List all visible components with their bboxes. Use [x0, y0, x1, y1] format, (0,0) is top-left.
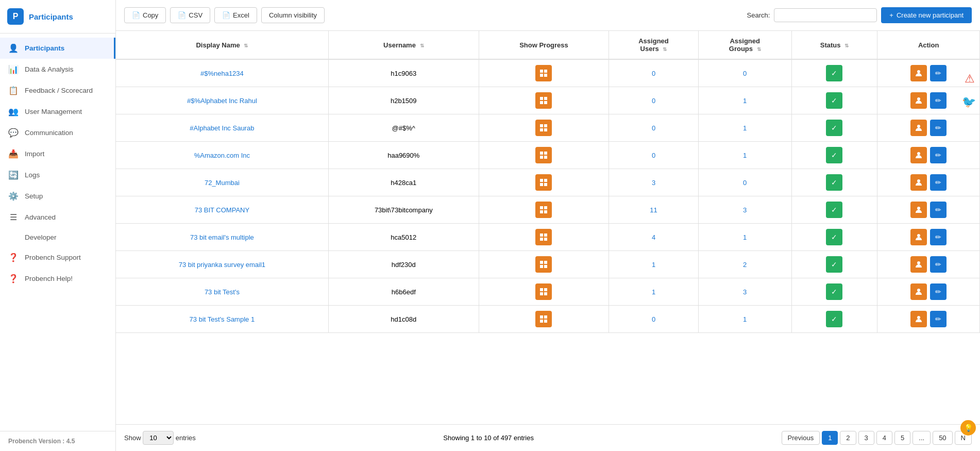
assigned-groups-link-8[interactable]: 3	[743, 288, 747, 296]
sidebar-item-setup[interactable]: ⚙️ Setup	[0, 186, 115, 207]
sidebar-item-developer[interactable]: Developer	[0, 228, 115, 247]
action-edit-btn-6[interactable]: ✏	[930, 229, 947, 245]
entries-label: entries	[176, 434, 196, 442]
display-name-link-8[interactable]: 73 bit Test's	[205, 288, 240, 296]
display-name-link-5[interactable]: 73 BIT COMPANY	[195, 206, 249, 214]
progress-btn-4[interactable]	[535, 174, 552, 191]
assigned-groups-link-1[interactable]: 1	[743, 97, 747, 105]
display-name-link-7[interactable]: 73 bit priyanka survey email1	[179, 261, 265, 269]
cell-show-progress-8	[479, 278, 609, 306]
prev-button[interactable]: Previous	[782, 431, 820, 445]
action-edit-btn-9[interactable]: ✏	[930, 311, 947, 327]
action-assign-btn-6[interactable]	[910, 229, 927, 245]
sort-assigned-users-icon[interactable]: ⇅	[663, 46, 667, 52]
action-edit-btn-4[interactable]: ✏	[930, 174, 947, 191]
action-assign-btn-9[interactable]	[910, 311, 927, 327]
assigned-groups-link-5[interactable]: 3	[743, 206, 747, 214]
sidebar-item-participants[interactable]: 👤 Participants	[0, 38, 115, 59]
assigned-users-link-6[interactable]: 4	[652, 233, 655, 241]
display-name-link-1[interactable]: #$%Alphabet Inc Rahul	[187, 97, 257, 105]
excel-button[interactable]: 📄 Excel	[214, 7, 257, 23]
sidebar-item-communication[interactable]: 💬 Communication	[0, 122, 115, 143]
sidebar-item-import[interactable]: 📥 Import	[0, 143, 115, 164]
assigned-users-link-0[interactable]: 0	[652, 70, 655, 77]
action-edit-btn-2[interactable]: ✏	[930, 120, 947, 136]
assigned-groups-link-9[interactable]: 1	[743, 315, 747, 323]
display-name-link-4[interactable]: 72_Mumbai	[205, 179, 240, 187]
progress-btn-2[interactable]	[535, 120, 552, 136]
assigned-groups-link-4[interactable]: 0	[743, 179, 747, 187]
assigned-groups-link-7[interactable]: 2	[743, 261, 747, 269]
sidebar-item-advanced[interactable]: ☰ Advanced	[0, 207, 115, 228]
progress-btn-7[interactable]	[535, 256, 552, 273]
assigned-users-link-3[interactable]: 0	[652, 152, 655, 159]
display-name-link-2[interactable]: #Alphabet Inc Saurab	[190, 124, 254, 132]
page-4-button[interactable]: 4	[876, 431, 892, 445]
action-assign-btn-5[interactable]	[910, 202, 927, 218]
sidebar-item-data-analysis[interactable]: 📊 Data & Analysis	[0, 59, 115, 80]
action-edit-btn-5[interactable]: ✏	[930, 202, 947, 218]
action-edit-btn-7[interactable]: ✏	[930, 256, 947, 273]
assigned-users-link-7[interactable]: 1	[652, 261, 655, 269]
create-participant-button[interactable]: + Create new participant	[881, 7, 972, 23]
assigned-users-link-4[interactable]: 3	[652, 179, 655, 187]
page-1-button[interactable]: 1	[822, 431, 838, 445]
assigned-groups-link-2[interactable]: 1	[743, 124, 747, 132]
assigned-groups-link-6[interactable]: 1	[743, 233, 747, 241]
page-5-button[interactable]: 5	[894, 431, 910, 445]
action-edit-btn-0[interactable]: ✏	[930, 65, 947, 81]
import-icon: 📥	[8, 149, 19, 159]
display-name-link-9[interactable]: 73 bit Test's Sample 1	[190, 315, 255, 323]
page-3-button[interactable]: 3	[858, 431, 874, 445]
csv-button[interactable]: 📄 CSV	[170, 7, 210, 23]
action-assign-btn-7[interactable]	[910, 256, 927, 273]
progress-btn-8[interactable]	[535, 283, 552, 300]
assigned-users-link-8[interactable]: 1	[652, 288, 655, 296]
show-select[interactable]: 10 25 50 100	[143, 431, 174, 445]
action-edit-btn-3[interactable]: ✏	[930, 147, 947, 163]
svg-rect-6	[544, 97, 547, 100]
action-edit-btn-8[interactable]: ✏	[930, 283, 947, 300]
action-assign-btn-0[interactable]	[910, 65, 927, 81]
assigned-users-link-5[interactable]: 11	[650, 206, 657, 214]
help-icon[interactable]: 💡	[960, 420, 976, 436]
sidebar-item-logs[interactable]: 🔄 Logs	[0, 164, 115, 186]
progress-btn-3[interactable]	[535, 147, 552, 163]
sidebar-item-user-management[interactable]: 👥 User Management	[0, 101, 115, 122]
assigned-users-link-1[interactable]: 0	[652, 97, 655, 105]
assigned-groups-link-0[interactable]: 0	[743, 70, 747, 77]
display-name-link-0[interactable]: #$%neha1234	[200, 70, 244, 77]
assigned-groups-link-3[interactable]: 1	[743, 152, 747, 159]
action-edit-btn-1[interactable]: ✏	[930, 92, 947, 109]
display-name-link-6[interactable]: 73 bit email's multiple	[190, 233, 254, 241]
sort-username-icon[interactable]: ⇅	[420, 43, 424, 48]
action-assign-btn-8[interactable]	[910, 283, 927, 300]
sort-display-name-icon[interactable]: ⇅	[244, 43, 248, 48]
action-assign-btn-1[interactable]	[910, 92, 927, 109]
page-2-button[interactable]: 2	[840, 431, 856, 445]
sidebar-item-probench-support[interactable]: ❓ Probench Support	[0, 247, 115, 268]
sort-status-icon[interactable]: ⇅	[844, 43, 849, 48]
sort-assigned-groups-icon[interactable]: ⇅	[757, 46, 761, 52]
cell-display-name-7: 73 bit priyanka survey email1	[116, 251, 328, 278]
search-input[interactable]	[774, 8, 877, 22]
sidebar-item-feedback[interactable]: 📋 Feedback / Scorecard	[0, 80, 115, 101]
page-50-button[interactable]: 50	[933, 431, 952, 445]
action-assign-btn-4[interactable]	[910, 174, 927, 191]
table-row: #$%neha1234 h1c9063 0 0 ✓ ✏	[116, 59, 980, 87]
display-name-link-3[interactable]: %Amazon.com Inc	[194, 152, 250, 159]
status-check-5: ✓	[826, 202, 842, 218]
progress-btn-5[interactable]	[535, 202, 552, 218]
copy-button[interactable]: 📄 Copy	[124, 7, 166, 23]
action-assign-btn-2[interactable]	[910, 120, 927, 136]
progress-btn-1[interactable]	[535, 92, 552, 109]
progress-btn-0[interactable]	[535, 65, 552, 81]
column-visibility-button[interactable]: Column visibility	[261, 7, 325, 23]
sidebar-item-probench-help[interactable]: ❓ Probench Help!	[0, 268, 115, 289]
assigned-users-link-9[interactable]: 0	[652, 315, 655, 323]
progress-btn-9[interactable]	[535, 311, 552, 327]
svg-rect-25	[540, 206, 543, 209]
action-assign-btn-3[interactable]	[910, 147, 927, 163]
progress-btn-6[interactable]	[535, 229, 552, 245]
assigned-users-link-2[interactable]: 0	[652, 124, 655, 132]
